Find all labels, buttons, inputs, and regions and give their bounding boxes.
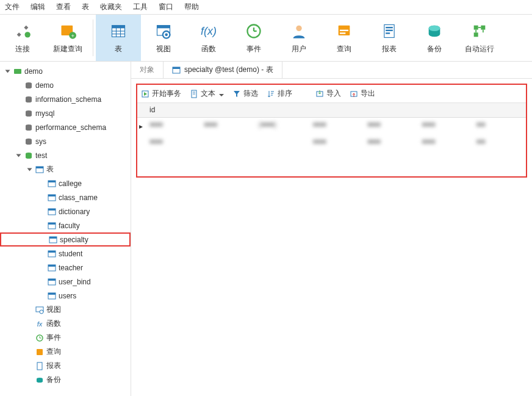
cell[interactable]: ■■ bbox=[472, 118, 526, 135]
svg-rect-23 bbox=[386, 27, 393, 28]
tree-events-folder[interactable]: 事件 bbox=[0, 331, 131, 345]
menu-bar: 文件 编辑 查看 表 收藏夹 工具 窗口 帮助 bbox=[0, 0, 532, 15]
tree-views-folder[interactable]: 视图 bbox=[0, 303, 131, 317]
backup-button[interactable]: 备份 bbox=[412, 15, 457, 61]
tree-table-student[interactable]: student bbox=[0, 247, 131, 261]
tree-db-mysql[interactable]: mysql bbox=[0, 106, 131, 120]
cell[interactable]: ■■■ bbox=[417, 118, 471, 135]
table-icon bbox=[110, 22, 127, 40]
tree-label: 报表 bbox=[46, 361, 61, 371]
tree-functions-folder[interactable]: fx函数 bbox=[0, 317, 131, 331]
tree-label: test bbox=[35, 151, 47, 160]
filter-icon bbox=[232, 90, 241, 98]
tree-connection-demo[interactable]: demo bbox=[0, 64, 131, 78]
tree-tables-folder[interactable]: 表 bbox=[0, 162, 131, 176]
menu-window[interactable]: 窗口 bbox=[159, 2, 173, 12]
connect-button[interactable]: 连接 bbox=[0, 15, 45, 61]
tree-db-test[interactable]: test bbox=[0, 148, 131, 162]
table-icon bbox=[48, 179, 56, 188]
svg-rect-46 bbox=[48, 223, 56, 225]
tree-label: mysql bbox=[35, 109, 54, 118]
function-button[interactable]: f(x) 函数 bbox=[186, 15, 231, 61]
report-button[interactable]: 报表 bbox=[367, 15, 412, 61]
sort-button[interactable]: 排序 bbox=[267, 88, 292, 99]
tree-label: student bbox=[59, 250, 82, 258]
col-header[interactable] bbox=[472, 103, 526, 117]
col-header[interactable] bbox=[417, 103, 471, 117]
event-button[interactable]: 事件 bbox=[231, 15, 276, 61]
label: 排序 bbox=[278, 88, 292, 99]
main-toolbar: 连接 + 新建查询 表 视图 f(x) 函数 事件 用户 查询 报表 备份 自动… bbox=[0, 15, 532, 62]
tree-table-dictionary[interactable]: dictionary bbox=[0, 204, 131, 218]
new-query-button[interactable]: + 新建查询 bbox=[45, 15, 90, 61]
menu-tools[interactable]: 工具 bbox=[133, 2, 148, 12]
tree-db-sys[interactable]: sys bbox=[0, 134, 131, 148]
query-icon bbox=[336, 22, 353, 40]
tree-queries-folder[interactable]: 查询 bbox=[0, 345, 131, 359]
export-button[interactable]: 导出 bbox=[350, 88, 375, 99]
col-header[interactable] bbox=[254, 103, 308, 117]
table-button[interactable]: 表 bbox=[96, 15, 141, 61]
tree-label: faculty bbox=[59, 221, 80, 230]
cell[interactable]: (■■■) bbox=[254, 118, 308, 135]
cell[interactable]: ■■■ bbox=[145, 135, 199, 152]
cell[interactable] bbox=[199, 135, 253, 152]
tree-label: 查询 bbox=[46, 347, 61, 357]
tree-table-specialty[interactable]: specialty bbox=[0, 232, 131, 247]
tree-table-users[interactable]: users bbox=[0, 289, 131, 303]
tree-reports-folder[interactable]: 报表 bbox=[0, 359, 131, 373]
cell[interactable] bbox=[254, 135, 308, 152]
tab-specialty[interactable]: specialty @test (demo) - 表 bbox=[164, 62, 282, 78]
menu-file[interactable]: 文件 bbox=[5, 2, 20, 12]
connection-tree[interactable]: demo demo information_schema mysql perfo… bbox=[0, 62, 131, 396]
col-header[interactable] bbox=[308, 103, 362, 117]
svg-point-26 bbox=[429, 25, 440, 31]
table-row[interactable]: ■■■ ■■■ ■■■ ■■■ ■■ bbox=[137, 135, 526, 152]
cell[interactable]: ■■ bbox=[472, 135, 526, 152]
cell[interactable]: ■■■ bbox=[308, 135, 362, 152]
menu-help[interactable]: 帮助 bbox=[184, 2, 199, 12]
tree-table-user-bind[interactable]: user_bind bbox=[0, 275, 131, 289]
cell[interactable]: ■■■ bbox=[199, 118, 253, 135]
tree-db-demo[interactable]: demo bbox=[0, 78, 131, 92]
user-button[interactable]: 用户 bbox=[276, 15, 322, 61]
cell[interactable]: ■■■ bbox=[362, 135, 417, 152]
col-header[interactable]: id bbox=[145, 103, 199, 117]
table-icon bbox=[48, 193, 56, 202]
cell[interactable]: ■■■ bbox=[417, 135, 471, 152]
import-icon bbox=[315, 90, 324, 98]
cell[interactable]: ■■■ bbox=[308, 118, 362, 135]
table-row[interactable]: ▸ ■■■ ■■■ (■■■) ■■■ ■■■ ■■■ ■■ bbox=[137, 118, 526, 135]
view-button[interactable]: 视图 bbox=[141, 15, 186, 61]
autorun-button[interactable]: 自动运行 bbox=[457, 15, 502, 61]
begin-transaction-button[interactable]: 开始事务 bbox=[141, 88, 181, 99]
import-button[interactable]: 导入 bbox=[315, 88, 341, 99]
text-mode-button[interactable]: 文本 bbox=[190, 88, 224, 99]
tree-label: 备份 bbox=[46, 375, 61, 385]
database-icon bbox=[24, 81, 33, 90]
tree-backups-folder[interactable]: 备份 bbox=[0, 373, 131, 387]
menu-view[interactable]: 查看 bbox=[56, 2, 71, 12]
svg-text:fx: fx bbox=[37, 320, 43, 328]
menu-edit[interactable]: 编辑 bbox=[31, 2, 45, 12]
document-icon bbox=[190, 90, 198, 98]
tree-db-information-schema[interactable]: information_schema bbox=[0, 92, 131, 106]
col-header[interactable] bbox=[362, 103, 417, 117]
cell[interactable]: ■■■ bbox=[145, 118, 199, 135]
tree-table-faculty[interactable]: faculty bbox=[0, 218, 131, 232]
data-grid[interactable]: id ▸ ■■■ ■■■ (■■■) ■■■ ■■■ ■■■ ■■ bbox=[137, 103, 526, 176]
query-button[interactable]: 查询 bbox=[322, 15, 367, 61]
database-icon bbox=[24, 137, 33, 146]
svg-point-18 bbox=[296, 25, 301, 31]
col-header[interactable] bbox=[199, 103, 253, 117]
menu-table[interactable]: 表 bbox=[82, 2, 89, 12]
filter-button[interactable]: 筛选 bbox=[232, 88, 258, 99]
tab-objects[interactable]: 对象 bbox=[131, 62, 164, 78]
tree-db-performance-schema[interactable]: performance_schema bbox=[0, 120, 131, 134]
tree-table-callege[interactable]: callege bbox=[0, 176, 131, 190]
tree-table-teacher[interactable]: teacher bbox=[0, 261, 131, 275]
cell[interactable]: ■■■ bbox=[362, 118, 417, 135]
database-icon bbox=[24, 95, 33, 104]
menu-favorites[interactable]: 收藏夹 bbox=[100, 2, 122, 12]
tree-table-class-name[interactable]: class_name bbox=[0, 190, 131, 204]
